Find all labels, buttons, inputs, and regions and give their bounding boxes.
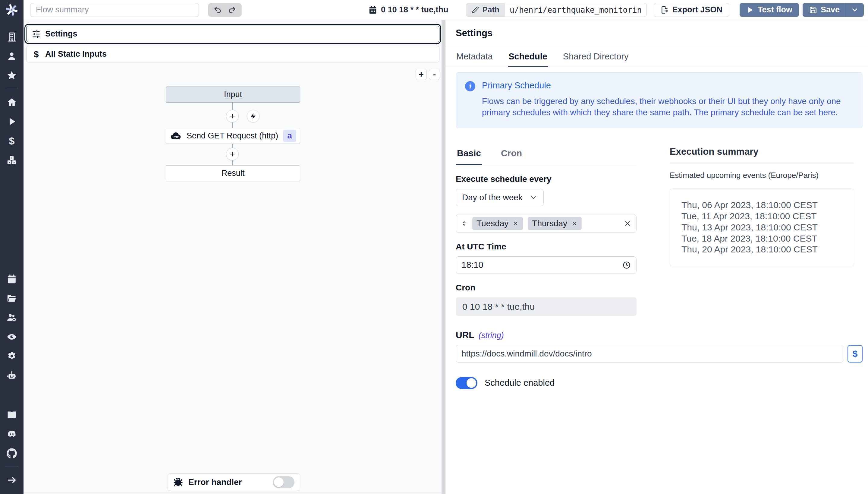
zoom-out-button[interactable]: - xyxy=(429,69,440,80)
frequency-select[interactable]: Day of the week xyxy=(456,189,544,206)
home-icon[interactable] xyxy=(6,96,18,108)
chevron-down-icon xyxy=(530,194,537,202)
summary-subtitle: Estimated upcoming events (Europe/Paris) xyxy=(670,171,854,180)
http-step-node[interactable]: HTTP Send GET Request (http) a xyxy=(166,128,300,144)
github-icon[interactable] xyxy=(6,448,18,459)
info-title: Primary Schedule xyxy=(482,80,850,91)
sidebar: $ xyxy=(0,0,23,494)
plus-icon xyxy=(229,113,236,119)
resources-cubes-icon[interactable] xyxy=(6,154,18,166)
export-json-button[interactable]: Export JSON xyxy=(654,3,729,17)
sidebar-divider-bottom xyxy=(5,467,18,467)
event-line: Tue, 18 Apr 2023, 18:10:00 CEST xyxy=(682,233,848,244)
error-handler-node[interactable]: Error handler xyxy=(167,474,300,491)
input-node[interactable]: Input xyxy=(166,87,300,102)
runs-play-icon[interactable] xyxy=(6,116,18,127)
schedules-calendar-icon[interactable] xyxy=(6,273,18,285)
result-node[interactable]: Result xyxy=(166,165,300,181)
dollar-icon: $ xyxy=(32,49,40,59)
collapse-arrow-icon[interactable] xyxy=(6,474,18,486)
variable-picker-button[interactable]: $ xyxy=(848,345,863,362)
topbar-actions: Export JSON Test flow Save xyxy=(654,3,864,17)
docs-book-icon[interactable] xyxy=(6,409,18,420)
insert-step-button[interactable] xyxy=(226,148,239,160)
path-group: Path u/henri/earthquake_monitorin xyxy=(466,3,647,17)
panel-resize-scrollbar[interactable] xyxy=(441,20,446,494)
save-dropdown-caret[interactable] xyxy=(845,3,864,17)
panel-title: Settings xyxy=(456,28,863,39)
save-button[interactable]: Save xyxy=(803,3,845,17)
schedule-form-column: Basic Cron Execute schedule every Day of… xyxy=(456,146,636,316)
folders-icon[interactable] xyxy=(6,292,18,304)
info-content: Primary Schedule Flows can be triggered … xyxy=(482,80,850,118)
app-window: $ xyxy=(0,0,868,494)
event-line: Thu, 20 Apr 2023, 18:10:00 CEST xyxy=(682,244,848,255)
day-chip-thursday[interactable]: Thursday xyxy=(528,217,582,230)
event-line: Thu, 13 Apr 2023, 18:10:00 CEST xyxy=(682,222,848,233)
info-body: Flows can be triggered by any schedules,… xyxy=(482,96,850,118)
user-icon[interactable] xyxy=(6,50,18,62)
content-row: Settings $ All Static Inputs + - Input xyxy=(23,20,868,494)
file-export-icon xyxy=(660,6,669,14)
flow-summary-input[interactable] xyxy=(30,3,199,17)
insert-step-button[interactable] xyxy=(226,110,239,122)
calendar-icon xyxy=(368,5,377,15)
test-flow-button[interactable]: Test flow xyxy=(739,3,799,17)
unfold-icon[interactable] xyxy=(461,220,468,227)
schedule-columns: Basic Cron Execute schedule every Day of… xyxy=(456,146,863,316)
error-handler-toggle[interactable] xyxy=(273,476,294,488)
all-static-inputs-button[interactable]: $ All Static Inputs xyxy=(26,46,439,62)
utc-time-field xyxy=(456,256,636,274)
url-label: URL (string) xyxy=(456,330,863,340)
workspace-building-icon[interactable] xyxy=(6,31,18,42)
star-icon[interactable] xyxy=(6,70,18,81)
clear-selection-icon[interactable] xyxy=(624,220,631,227)
remove-chip-icon[interactable] xyxy=(571,221,577,227)
edit-path-button[interactable]: Path xyxy=(466,3,505,17)
utc-time-input[interactable] xyxy=(461,260,623,270)
groups-users-gear-icon[interactable] xyxy=(6,312,18,323)
trigger-zap-button[interactable] xyxy=(247,110,259,122)
tab-schedule[interactable]: Schedule xyxy=(508,46,548,67)
url-input[interactable] xyxy=(456,345,843,362)
save-split-button: Save xyxy=(803,3,864,17)
settings-gear-icon[interactable] xyxy=(6,350,18,362)
subtab-basic[interactable]: Basic xyxy=(456,146,482,165)
primary-schedule-summary: 0 10 18 * * tue,thu xyxy=(368,5,449,15)
zoom-in-button[interactable]: + xyxy=(416,69,427,80)
primary-schedule-info-box: i Primary Schedule Flows can be triggere… xyxy=(456,72,863,128)
subtab-cron[interactable]: Cron xyxy=(500,146,523,165)
chevron-down-icon xyxy=(851,6,859,14)
schedule-enabled-toggle[interactable] xyxy=(456,377,477,389)
audit-eye-icon[interactable] xyxy=(6,331,18,343)
info-icon: i xyxy=(465,81,475,91)
weekday-multiselect[interactable]: Tuesday Thursday xyxy=(456,214,636,233)
tab-shared-directory[interactable]: Shared Directory xyxy=(563,46,629,67)
variables-dollar-icon[interactable]: $ xyxy=(6,135,18,147)
undo-redo-group xyxy=(208,3,242,17)
day-chip-tuesday[interactable]: Tuesday xyxy=(472,217,523,230)
windmill-logo-icon[interactable] xyxy=(5,3,19,17)
tab-metadata[interactable]: Metadata xyxy=(456,46,493,67)
http-cloud-icon: HTTP xyxy=(170,130,182,142)
flow-settings-button[interactable]: Settings xyxy=(26,26,439,42)
remove-chip-icon[interactable] xyxy=(513,221,519,227)
canvas-bottom-divider xyxy=(23,492,441,493)
clock-icon[interactable] xyxy=(623,261,631,269)
flow-path-value[interactable]: u/henri/earthquake_monitorin xyxy=(505,3,647,17)
url-type-annotation: (string) xyxy=(479,331,504,340)
svg-text:HTTP: HTTP xyxy=(173,135,179,138)
utc-time-label: At UTC Time xyxy=(456,242,636,251)
workers-robot-icon[interactable] xyxy=(6,370,18,381)
step-id-badge: a xyxy=(283,130,296,142)
settings-panel: Settings Metadata Schedule Shared Direct… xyxy=(446,20,868,494)
discord-icon[interactable] xyxy=(6,428,18,440)
pencil-icon xyxy=(472,6,479,14)
execute-every-label: Execute schedule every xyxy=(456,174,636,184)
topbar: 0 10 18 * * tue,thu Path u/henri/earthqu… xyxy=(23,0,868,20)
redo-button[interactable] xyxy=(225,4,239,16)
event-line: Tue, 11 Apr 2023, 18:10:00 CEST xyxy=(682,211,848,222)
upcoming-events-box: Thu, 06 Apr 2023, 18:10:00 CEST Tue, 11 … xyxy=(670,189,854,266)
settings-tabs: Metadata Schedule Shared Directory xyxy=(446,46,868,67)
undo-button[interactable] xyxy=(210,4,225,16)
